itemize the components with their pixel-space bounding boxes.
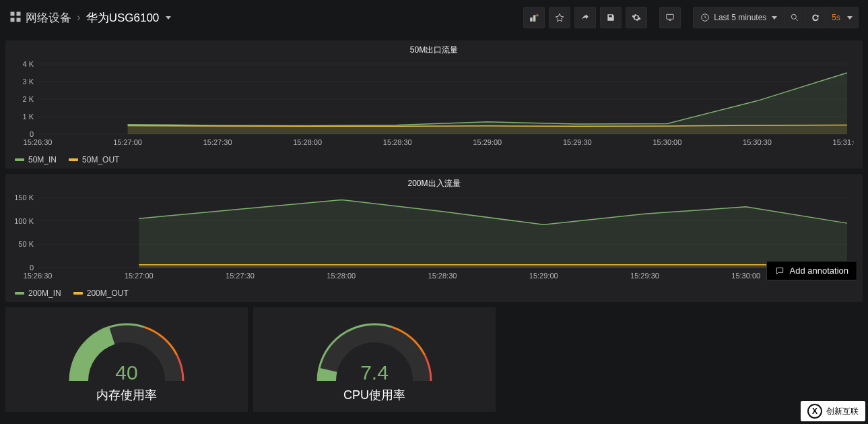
watermark-icon: X xyxy=(807,404,822,419)
svg-text:150 K: 150 K xyxy=(14,193,34,202)
svg-text:15:27:30: 15:27:30 xyxy=(226,272,255,280)
legend-label: 200M_OUT xyxy=(87,289,129,298)
svg-text:0: 0 xyxy=(30,130,34,138)
gauge-row: 40 内存使用率 7.4 CPU使用率 xyxy=(5,307,863,412)
legend-item[interactable]: 200M_OUT xyxy=(73,289,129,298)
gauge-label: CPU使用率 xyxy=(343,387,405,403)
svg-text:15:29:30: 15:29:30 xyxy=(630,272,659,280)
gauge-svg: 40 xyxy=(59,317,194,391)
svg-text:15:28:00: 15:28:00 xyxy=(293,138,322,146)
time-range-button[interactable]: Last 5 minutes xyxy=(693,7,784,28)
svg-text:15:28:30: 15:28:30 xyxy=(383,138,412,146)
svg-rect-2 xyxy=(11,18,15,22)
svg-text:2 K: 2 K xyxy=(22,95,34,103)
chart-svg[interactable]: 01 K2 K3 K4 K15:26:3015:27:0015:27:3015:… xyxy=(12,60,854,148)
svg-text:100 K: 100 K xyxy=(14,217,34,225)
panel-50m-traffic[interactable]: 50M出口流量 01 K2 K3 K4 K15:26:3015:27:0015:… xyxy=(5,40,863,169)
graph-area[interactable]: 01 K2 K3 K4 K15:26:3015:27:0015:27:3015:… xyxy=(5,56,863,150)
chevron-down-icon xyxy=(847,16,853,20)
svg-text:3 K: 3 K xyxy=(22,78,34,86)
add-annotation-tooltip[interactable]: Add annotation xyxy=(766,261,857,280)
svg-rect-0 xyxy=(11,11,15,16)
svg-text:15:31:00: 15:31:00 xyxy=(833,138,854,146)
refresh-button[interactable] xyxy=(805,7,826,28)
share-button[interactable] xyxy=(574,7,596,28)
svg-text:15:27:30: 15:27:30 xyxy=(203,138,232,146)
svg-text:15:30:00: 15:30:00 xyxy=(731,272,760,280)
legend-label: 50M_OUT xyxy=(82,155,119,164)
svg-text:4 K: 4 K xyxy=(22,60,34,68)
svg-rect-7 xyxy=(536,15,539,16)
legend-label: 200M_IN xyxy=(28,289,61,298)
settings-button[interactable] xyxy=(626,7,647,28)
svg-text:15:30:00: 15:30:00 xyxy=(653,138,681,146)
legend-item[interactable]: 50M_OUT xyxy=(69,155,119,164)
dashboard-title[interactable]: 华为USG6100 xyxy=(86,10,160,26)
refresh-interval-label: 5s xyxy=(832,13,840,22)
legend-label: 50M_IN xyxy=(28,155,57,164)
svg-rect-5 xyxy=(533,16,536,22)
breadcrumb-root[interactable]: 网络设备 xyxy=(26,10,71,26)
cycle-view-button[interactable] xyxy=(659,7,681,28)
panel-title: 200M出入流量 xyxy=(5,174,863,189)
svg-text:15:27:00: 15:27:00 xyxy=(125,272,154,280)
svg-rect-9 xyxy=(669,20,672,21)
legend-swatch xyxy=(69,158,78,161)
svg-text:15:28:30: 15:28:30 xyxy=(428,272,457,280)
svg-rect-4 xyxy=(530,18,533,22)
svg-text:50 K: 50 K xyxy=(18,240,34,248)
svg-text:15:29:00: 15:29:00 xyxy=(473,138,502,146)
graph-area[interactable]: 050 K100 K150 K15:26:3015:27:0015:27:301… xyxy=(5,189,863,283)
svg-text:1 K: 1 K xyxy=(22,113,34,121)
legend: 50M_IN50M_OUT xyxy=(5,150,863,171)
zoom-out-button[interactable] xyxy=(784,7,805,28)
topbar: 网络设备 › 华为USG6100 Last 5 minutes xyxy=(0,0,868,35)
chart-svg[interactable]: 050 K100 K150 K15:26:3015:27:0015:27:301… xyxy=(12,193,854,281)
panel-200m-traffic[interactable]: 200M出入流量 050 K100 K150 K15:26:3015:27:00… xyxy=(5,174,863,302)
chevron-down-icon[interactable] xyxy=(166,16,171,20)
add-panel-button[interactable] xyxy=(523,7,545,28)
svg-text:40: 40 xyxy=(115,361,137,384)
time-range-label: Last 5 minutes xyxy=(714,13,766,22)
toolbar: Last 5 minutes 5s xyxy=(523,7,859,28)
gauge-label: 内存使用率 xyxy=(96,387,157,403)
add-annotation-label: Add annotation xyxy=(790,266,848,276)
panel-cpu-gauge[interactable]: 7.4 CPU使用率 xyxy=(253,307,496,412)
gauge-svg: 7.4 xyxy=(307,317,442,391)
legend-item[interactable]: 50M_IN xyxy=(15,155,57,164)
svg-rect-1 xyxy=(17,11,21,16)
svg-text:0: 0 xyxy=(30,264,34,272)
svg-text:15:29:30: 15:29:30 xyxy=(563,138,592,146)
footer-watermark: X 创新互联 xyxy=(801,401,865,421)
svg-text:15:27:00: 15:27:00 xyxy=(113,138,142,146)
svg-text:15:29:00: 15:29:00 xyxy=(529,272,558,280)
legend-item[interactable]: 200M_IN xyxy=(15,289,61,298)
svg-rect-3 xyxy=(17,18,21,22)
dashboard-body: 50M出口流量 01 K2 K3 K4 K15:26:3015:27:0015:… xyxy=(0,40,868,412)
svg-rect-8 xyxy=(667,14,674,19)
legend-swatch xyxy=(15,158,24,161)
svg-text:15:26:30: 15:26:30 xyxy=(24,138,53,146)
svg-text:15:26:30: 15:26:30 xyxy=(24,272,53,280)
refresh-interval-button[interactable]: 5s xyxy=(826,7,859,28)
svg-text:7.4: 7.4 xyxy=(360,361,389,384)
save-button[interactable] xyxy=(600,7,622,28)
chevron-down-icon xyxy=(772,16,777,20)
panel-memory-gauge[interactable]: 40 内存使用率 xyxy=(5,307,248,412)
svg-text:15:30:30: 15:30:30 xyxy=(743,138,772,146)
svg-point-11 xyxy=(792,14,797,19)
comment-icon xyxy=(775,266,784,276)
breadcrumb[interactable]: 网络设备 › 华为USG6100 xyxy=(9,10,518,26)
dashboard-grid-icon[interactable] xyxy=(9,11,22,25)
legend-swatch xyxy=(15,292,24,295)
legend: 200M_IN200M_OUT xyxy=(5,283,863,305)
star-button[interactable] xyxy=(549,7,570,28)
watermark-text: 创新互联 xyxy=(826,406,859,417)
time-picker: Last 5 minutes 5s xyxy=(693,7,859,28)
panel-title: 50M出口流量 xyxy=(5,40,863,56)
legend-swatch xyxy=(73,292,83,295)
breadcrumb-separator-icon: › xyxy=(77,11,81,24)
svg-text:15:28:00: 15:28:00 xyxy=(327,272,356,280)
